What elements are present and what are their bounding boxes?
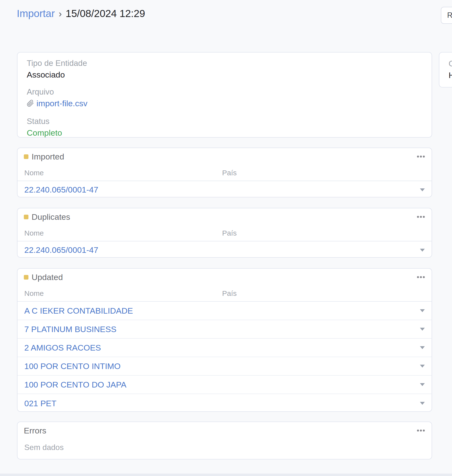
paperclip-icon	[27, 100, 34, 107]
list-header-row: Nome País	[17, 165, 432, 181]
chevron-down-icon[interactable]	[420, 383, 425, 386]
entity-type-value: Associado	[27, 70, 422, 80]
chevron-down-icon[interactable]	[420, 309, 425, 312]
panel-duplicates-title: Duplicates	[32, 212, 417, 222]
chevron-down-icon[interactable]	[420, 249, 425, 252]
field-entity-type: Tipo de Entidade Associado	[27, 58, 422, 80]
column-header-nome: Nome	[24, 169, 222, 177]
chevron-down-icon[interactable]	[420, 402, 425, 405]
record-link[interactable]: 100 POR CENTO INTIMO	[24, 361, 121, 371]
column-header-pais: País	[222, 169, 425, 177]
record-link[interactable]: 100 POR CENTO DO JAPA	[24, 380, 126, 389]
bottom-edge-strip	[0, 474, 452, 476]
table-row: A C IEKER CONTABILIDADE	[17, 302, 432, 320]
panel-menu-icon[interactable]	[417, 214, 425, 219]
panel-marker-icon	[24, 154, 28, 159]
record-link[interactable]: 2 AMIGOS RACOES	[24, 343, 101, 352]
header-action-button[interactable]: Re	[441, 7, 452, 24]
table-row: 100 POR CENTO INTIMO	[17, 357, 432, 376]
list-header-row: Nome País	[17, 286, 432, 302]
panel-marker-icon	[24, 275, 28, 280]
header-action-button-label: Re	[447, 11, 452, 20]
field-status: Status Completo	[27, 116, 422, 138]
table-row: 100 POR CENTO DO JAPA	[17, 376, 432, 394]
table-row: 021 PET	[17, 394, 432, 413]
empty-state-text: Sem dados	[17, 439, 432, 452]
panel-imported-title: Imported	[32, 152, 417, 161]
import-file-name: import-file.csv	[36, 98, 87, 108]
side-card-value: H	[449, 70, 452, 80]
column-header-pais: País	[222, 229, 425, 237]
table-row: 2 AMIGOS RACOES	[17, 339, 432, 357]
record-link[interactable]: A C IEKER CONTABILIDADE	[24, 306, 133, 315]
import-file-link[interactable]: import-file.csv	[27, 98, 87, 108]
record-link[interactable]: 021 PET	[24, 399, 56, 408]
status-label: Status	[27, 116, 422, 126]
table-row: 7 PLATINUM BUSINESS	[17, 320, 432, 339]
panel-marker-icon	[24, 215, 28, 219]
side-info-card: Cr H	[439, 52, 452, 88]
entity-type-label: Tipo de Entidade	[27, 58, 422, 68]
import-detail-card: Tipo de Entidade Associado Arquivo impor…	[17, 52, 432, 138]
side-card-label: Cr	[449, 59, 452, 69]
panel-menu-icon[interactable]	[417, 154, 425, 159]
list-header-row: Nome País	[17, 225, 432, 241]
breadcrumb-link-importar[interactable]: Importar	[17, 8, 55, 19]
breadcrumb-separator: ›	[59, 9, 62, 19]
page-title: 15/08/2024 12:29	[66, 8, 145, 19]
panel-imported: Imported Nome País 22.240.065/0001-47	[17, 148, 432, 197]
record-link[interactable]: 22.240.065/0001-47	[24, 185, 98, 194]
panel-errors-title: Errors	[24, 426, 417, 435]
field-file: Arquivo import-file.csv	[27, 87, 422, 109]
record-link[interactable]: 7 PLATINUM BUSINESS	[24, 325, 116, 334]
panel-menu-icon[interactable]	[417, 428, 425, 433]
import-detail-page: { "page": { "breadcrumb": "Importar", "s…	[0, 0, 452, 476]
record-link[interactable]: 22.240.065/0001-47	[24, 245, 98, 255]
chevron-down-icon[interactable]	[420, 365, 425, 368]
panel-updated: Updated Nome País A C IEKER CONTABILIDAD…	[17, 268, 432, 412]
column-header-nome: Nome	[24, 229, 222, 237]
column-header-pais: País	[222, 289, 425, 298]
file-label: Arquivo	[27, 87, 422, 97]
panel-duplicates: Duplicates Nome País 22.240.065/0001-47	[17, 208, 432, 258]
column-header-nome: Nome	[24, 289, 222, 298]
chevron-down-icon[interactable]	[420, 346, 425, 349]
chevron-down-icon[interactable]	[420, 188, 425, 191]
breadcrumb: Importar›15/08/2024 12:29	[17, 7, 145, 20]
panel-errors: Errors Sem dados	[17, 422, 432, 459]
panel-menu-icon[interactable]	[417, 275, 425, 280]
status-badge: Completo	[27, 128, 422, 138]
panel-updated-title: Updated	[32, 273, 417, 282]
table-row: 22.240.065/0001-47	[17, 181, 432, 198]
chevron-down-icon[interactable]	[420, 328, 425, 331]
table-row: 22.240.065/0001-47	[17, 241, 432, 259]
